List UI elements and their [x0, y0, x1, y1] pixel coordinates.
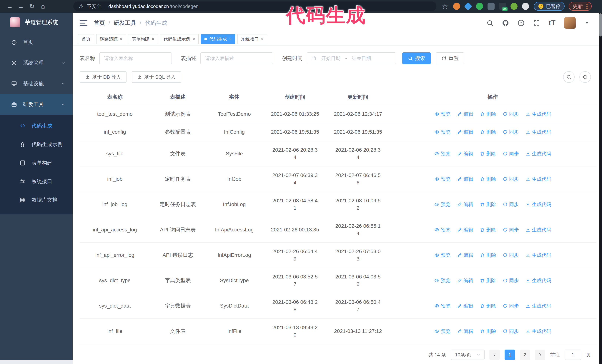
grid-drop-extension-icon[interactable]: [487, 3, 494, 10]
page-number-button[interactable]: 1: [505, 350, 515, 360]
action-download[interactable]: 生成代码: [526, 226, 551, 233]
action-eye[interactable]: 预览: [434, 328, 451, 335]
action-delete[interactable]: 删除: [480, 110, 496, 118]
action-download[interactable]: 生成代码: [526, 277, 551, 284]
page-size-select[interactable]: 10条/页: [451, 350, 484, 360]
tab[interactable]: 系统接口 ×: [237, 34, 267, 44]
table-row[interactable]: inf_file 文件表 InfFile 2021-03-13 09:43:2 …: [80, 319, 596, 344]
action-edit[interactable]: 编辑: [457, 201, 473, 208]
table-row[interactable]: sys_file 文件表 SysFile 2021-02-06 20:28:3 …: [80, 141, 596, 166]
refresh-button[interactable]: [580, 71, 591, 83]
action-edit[interactable]: 编辑: [457, 251, 473, 259]
sidebar-submenu-item[interactable]: 数据库文档: [0, 191, 73, 209]
tab[interactable]: 链路追踪 ×: [96, 34, 126, 44]
action-delete[interactable]: 删除: [480, 128, 496, 136]
date-range-picker[interactable]: 开始日期 - 结束日期: [307, 52, 396, 64]
action-edit[interactable]: 编辑: [457, 128, 473, 136]
action-edit[interactable]: 编辑: [457, 226, 473, 233]
search-icon[interactable]: [486, 20, 494, 26]
action-eye[interactable]: 预览: [434, 110, 451, 118]
goto-page-input[interactable]: [565, 350, 581, 360]
action-sync[interactable]: 同步: [503, 328, 519, 335]
sidebar-submenu-item[interactable]: 表单构建: [0, 154, 73, 172]
action-sync[interactable]: 同步: [503, 175, 519, 183]
action-download[interactable]: 生成代码: [526, 175, 551, 183]
table-row[interactable]: sys_dict_type 字典类型表 SysDictType 2021-03-…: [80, 268, 596, 293]
tab[interactable]: 代码生成 ×: [201, 34, 235, 44]
help-icon[interactable]: ?: [517, 20, 525, 26]
page-number-button[interactable]: 2: [520, 350, 530, 360]
close-icon[interactable]: ×: [152, 36, 154, 42]
action-delete[interactable]: 删除: [480, 201, 496, 208]
action-edit[interactable]: 编辑: [457, 328, 473, 335]
page-scrollbar[interactable]: [599, 13, 602, 364]
profile-paused-chip[interactable]: 已暂停: [534, 2, 565, 11]
bookmark-star-icon[interactable]: ☆: [441, 2, 448, 10]
dark-on-extension-icon[interactable]: on: [499, 3, 506, 10]
close-icon[interactable]: ×: [261, 36, 264, 42]
fullscreen-icon[interactable]: [533, 20, 540, 26]
action-eye[interactable]: 预览: [434, 175, 451, 183]
action-download[interactable]: 生成代码: [526, 328, 551, 335]
orange-extension-icon[interactable]: [453, 3, 460, 10]
action-edit[interactable]: 编辑: [457, 277, 473, 284]
sidebar-item-toolbox[interactable]: 研发工具: [0, 94, 73, 115]
breadcrumb-home[interactable]: 首页: [94, 19, 105, 27]
action-download[interactable]: 生成代码: [526, 110, 551, 118]
action-download[interactable]: 生成代码: [526, 150, 551, 157]
table-row[interactable]: inf_config 参数配置表 InfConfig 2021-02-06 19…: [80, 123, 596, 141]
green-check-extension-icon[interactable]: [476, 3, 483, 10]
action-download[interactable]: 生成代码: [526, 201, 551, 208]
action-download[interactable]: 生成代码: [526, 128, 551, 136]
sidebar-submenu-item[interactable]: 代码生成: [0, 117, 73, 135]
action-eye[interactable]: 预览: [434, 150, 451, 157]
sidebar-item-gear[interactable]: 系统管理: [0, 52, 73, 73]
app-logo-row[interactable]: 芋道管理系统: [0, 13, 73, 32]
browser-update-button[interactable]: 更新: [569, 2, 592, 11]
action-delete[interactable]: 删除: [480, 277, 496, 284]
address-bar[interactable]: ⚠ 不安全 dashboard.yudao.iocoder.cn /tool/c…: [73, 1, 436, 11]
table-row[interactable]: sys_dict_data 字典数据表 SysDictData 2021-03-…: [80, 293, 596, 319]
import-db-button[interactable]: 基于 DB 导入: [80, 71, 127, 83]
action-delete[interactable]: 删除: [480, 226, 496, 233]
action-delete[interactable]: 删除: [480, 175, 496, 183]
reload-icon[interactable]: ↻: [27, 1, 37, 11]
action-sync[interactable]: 同步: [503, 128, 519, 136]
action-delete[interactable]: 删除: [480, 302, 496, 310]
close-icon[interactable]: ×: [120, 36, 122, 42]
import-sql-button[interactable]: 基于 SQL 导入: [132, 71, 181, 83]
sidebar-item-dashboard[interactable]: 首页: [0, 32, 73, 52]
github-icon[interactable]: [502, 20, 509, 26]
action-download[interactable]: 生成代码: [526, 302, 551, 310]
table-name-input[interactable]: [99, 52, 172, 64]
prev-page-button[interactable]: [489, 350, 500, 360]
font-size-icon[interactable]: tT: [549, 20, 556, 26]
action-sync[interactable]: 同步: [503, 226, 519, 233]
action-sync[interactable]: 同步: [503, 150, 519, 157]
action-edit[interactable]: 编辑: [457, 302, 473, 310]
scrollbar-thumb[interactable]: [599, 13, 602, 36]
table-row[interactable]: inf_job_log 定时任务日志表 InfJobLog 2021-02-08…: [80, 192, 596, 217]
tab[interactable]: 首页: [78, 34, 94, 44]
kebab-menu-icon[interactable]: [586, 4, 588, 9]
blue-gem-extension-icon[interactable]: [464, 2, 472, 10]
user-avatar[interactable]: [564, 17, 576, 29]
green-frog-extension-icon[interactable]: [510, 3, 517, 10]
hamburger-icon[interactable]: [80, 20, 87, 26]
sidebar-submenu-item[interactable]: 代码生成示例: [0, 135, 73, 154]
tab[interactable]: 代码生成示例 ×: [160, 34, 199, 44]
breadcrumb-parent[interactable]: 研发工具: [114, 19, 136, 27]
table-row[interactable]: inf_api_access_log API 访问日志表 InfApiAcces…: [80, 217, 596, 242]
action-edit[interactable]: 编辑: [457, 150, 473, 157]
action-delete[interactable]: 删除: [480, 150, 496, 157]
action-sync[interactable]: 同步: [503, 251, 519, 259]
home-icon[interactable]: ⌂: [38, 1, 48, 11]
action-download[interactable]: 生成代码: [526, 251, 551, 259]
forward-icon[interactable]: →: [16, 1, 26, 11]
puzzle-extension-icon[interactable]: [522, 3, 529, 10]
action-edit[interactable]: 编辑: [457, 175, 473, 183]
back-icon[interactable]: ←: [5, 1, 14, 11]
action-edit[interactable]: 编辑: [457, 110, 473, 118]
action-eye[interactable]: 预览: [434, 251, 451, 259]
table-row[interactable]: tool_test_demo 测试示例表 ToolTestDemo 2021-0…: [80, 105, 596, 123]
